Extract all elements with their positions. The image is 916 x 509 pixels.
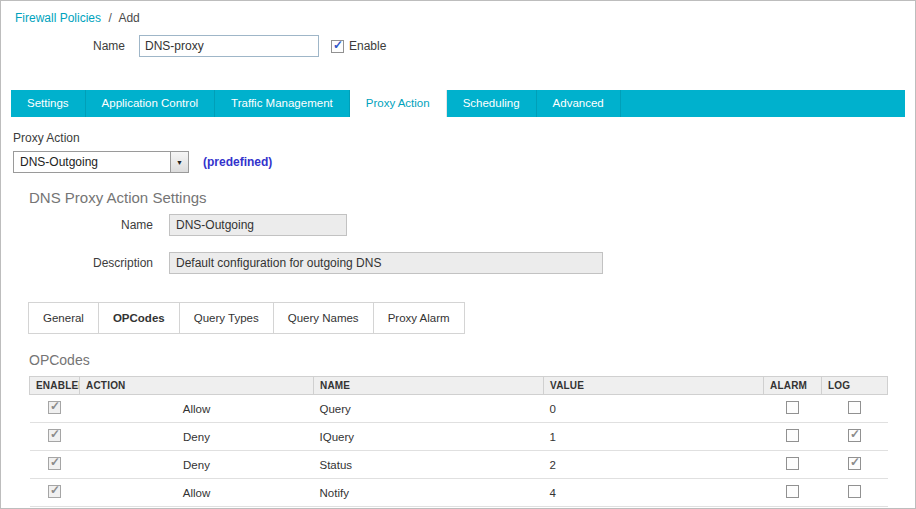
breadcrumb-link-firewall-policies[interactable]: Firewall Policies (15, 11, 101, 25)
enabled-checkbox[interactable] (48, 457, 61, 470)
column-header-enabled: ENABLED (30, 377, 80, 395)
proxy-name-label: Name (13, 218, 153, 232)
policy-name-label: Name (1, 39, 125, 53)
value-cell: 4 (544, 479, 764, 507)
subtab-query-types[interactable]: Query Types (179, 302, 274, 334)
alarm-cell (764, 395, 822, 423)
alarm-cell (764, 451, 822, 479)
action-cell[interactable]: Deny (80, 423, 314, 451)
value-cell: 1 (544, 423, 764, 451)
dropdown-arrow-icon[interactable]: ▼ (170, 152, 188, 172)
alarm-checkbox[interactable] (786, 429, 799, 442)
enabled-cell (30, 451, 80, 479)
dns-proxy-settings-title: DNS Proxy Action Settings (29, 189, 915, 206)
name-cell: Notify (314, 479, 544, 507)
alarm-checkbox[interactable] (786, 457, 799, 470)
predefined-note: (predefined) (203, 155, 272, 169)
opcodes-section-title: OPCodes (29, 352, 915, 368)
proxy-action-selected-value: DNS-Outgoing (14, 155, 170, 169)
opcodes-table: ENABLEDACTIONNAMEVALUEALARMLOG AllowQuer… (29, 376, 888, 509)
policy-name-row: Name Enable (1, 35, 915, 57)
policy-name-input[interactable] (139, 35, 319, 57)
breadcrumb-separator: / (108, 11, 111, 25)
tab-settings[interactable]: Settings (11, 90, 86, 117)
proxy-settings-sub-tabs: GeneralOPCodesQuery TypesQuery NamesProx… (29, 302, 465, 334)
log-cell (822, 479, 888, 507)
name-cell: Query (314, 395, 544, 423)
subtab-query-names[interactable]: Query Names (273, 302, 374, 334)
log-checkbox[interactable] (848, 429, 861, 442)
breadcrumb: Firewall Policies / Add (1, 1, 915, 25)
proxy-action-section: Proxy Action DNS-Outgoing ▼ (predefined)… (1, 131, 915, 274)
enable-checkbox[interactable] (331, 40, 344, 53)
enable-wrap: Enable (331, 39, 386, 53)
name-cell: IQuery (314, 423, 544, 451)
value-cell: 2 (544, 451, 764, 479)
opcode-row-iquery: DenyIQuery1 (30, 423, 888, 451)
subtab-general[interactable]: General (28, 302, 99, 334)
log-cell (822, 423, 888, 451)
proxy-action-row: DNS-Outgoing ▼ (predefined) (13, 151, 915, 173)
column-header-action: ACTION (80, 377, 314, 395)
proxy-description-row: Description (13, 252, 915, 274)
log-checkbox[interactable] (848, 485, 861, 498)
subtab-opcodes[interactable]: OPCodes (98, 302, 180, 334)
subtab-proxy-alarm[interactable]: Proxy Alarm (373, 302, 465, 334)
tab-application-control[interactable]: Application Control (86, 90, 216, 117)
opcode-row-status: DenyStatus2 (30, 451, 888, 479)
enabled-cell (30, 479, 80, 507)
tab-proxy-action[interactable]: Proxy Action (350, 90, 447, 117)
enabled-cell (30, 395, 80, 423)
log-cell (822, 395, 888, 423)
column-header-alarm: ALARM (764, 377, 822, 395)
alarm-checkbox[interactable] (786, 401, 799, 414)
enabled-cell (30, 423, 80, 451)
proxy-name-row: Name (13, 214, 915, 236)
action-cell[interactable]: Deny (80, 451, 314, 479)
tab-traffic-management[interactable]: Traffic Management (215, 90, 350, 117)
breadcrumb-current: Add (118, 11, 139, 25)
action-cell[interactable]: Allow (80, 395, 314, 423)
opcode-row-notify: AllowNotify4 (30, 479, 888, 507)
firewall-policy-page: Firewall Policies / Add Name Enable Sett… (0, 0, 916, 509)
column-header-name: NAME (314, 377, 544, 395)
tab-scheduling[interactable]: Scheduling (447, 90, 537, 117)
column-header-log: LOG (822, 377, 888, 395)
value-cell: 0 (544, 395, 764, 423)
proxy-action-select[interactable]: DNS-Outgoing ▼ (13, 151, 189, 173)
alarm-cell (764, 423, 822, 451)
opcode-row-query: AllowQuery0 (30, 395, 888, 423)
enabled-checkbox[interactable] (48, 485, 61, 498)
column-header-value: VALUE (544, 377, 764, 395)
tab-advanced[interactable]: Advanced (537, 90, 621, 117)
alarm-checkbox[interactable] (786, 485, 799, 498)
log-cell (822, 451, 888, 479)
enable-label: Enable (349, 39, 386, 53)
proxy-action-label: Proxy Action (13, 131, 915, 145)
main-tab-bar: SettingsApplication ControlTraffic Manag… (11, 90, 905, 117)
action-cell[interactable]: Allow (80, 479, 314, 507)
proxy-name-input[interactable] (169, 214, 347, 236)
opcodes-header-row: ENABLEDACTIONNAMEVALUEALARMLOG (30, 377, 888, 395)
name-cell: Status (314, 451, 544, 479)
proxy-description-label: Description (13, 256, 153, 270)
enabled-checkbox[interactable] (48, 429, 61, 442)
enabled-checkbox[interactable] (48, 401, 61, 414)
alarm-cell (764, 479, 822, 507)
log-checkbox[interactable] (848, 457, 861, 470)
proxy-description-input[interactable] (169, 252, 603, 274)
log-checkbox[interactable] (848, 401, 861, 414)
